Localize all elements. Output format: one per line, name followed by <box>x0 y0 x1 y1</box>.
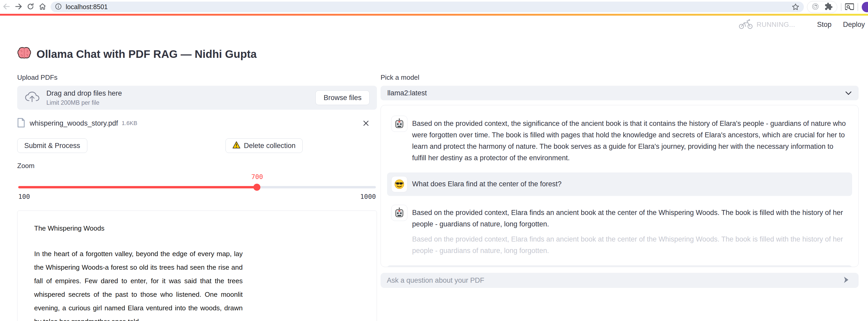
page-title: Ollama Chat with PDF RAG — Nidhi Gupta <box>17 46 868 62</box>
message-ghost-text: Based on the provided context, Elara fin… <box>412 233 848 256</box>
message-body: Based on the provided context, Elara fin… <box>412 205 848 256</box>
chevron-down-icon <box>845 91 852 95</box>
message-text: Based on the provided context, the signi… <box>412 118 848 164</box>
slider-thumb[interactable] <box>253 184 260 191</box>
chat-history: Based on the provided context, the signi… <box>380 105 859 267</box>
right-column: Pick a model llama2:latest Based on the … <box>380 73 859 321</box>
home-icon <box>38 2 46 12</box>
message-body: Based on the provided context, the signi… <box>412 116 848 164</box>
toolbar-divider2 <box>858 3 858 11</box>
action-buttons-row: Submit & Process Delete collection <box>17 138 377 153</box>
site-info-icon[interactable] <box>55 3 62 11</box>
robot-avatar-icon <box>391 205 407 221</box>
uploader-label: Upload PDFs <box>17 73 377 82</box>
dropzone-texts: Drag and drop files here Limit 200MB per… <box>46 89 122 106</box>
cloud-upload-icon <box>25 91 40 104</box>
chat-message-user: What does Elara find at the center of th… <box>387 172 852 196</box>
slider-track[interactable] <box>18 186 376 188</box>
screen-search-icon[interactable] <box>845 3 854 11</box>
message-text: Based on the provided context, Elara fin… <box>412 207 848 230</box>
chat-message-user: What unusual thing happens when Elara en… <box>387 265 852 267</box>
warning-icon <box>232 141 240 150</box>
extensions-group <box>807 1 837 13</box>
brain-icon <box>17 46 31 62</box>
zoom-slider: 700 100 1000 <box>17 174 377 203</box>
app-header: RUNNING... Stop Deploy <box>0 15 868 33</box>
slider-fill <box>18 186 257 188</box>
dropzone-limit: Limit 200MB per file <box>46 99 122 106</box>
home-button[interactable] <box>36 1 49 13</box>
url-bar[interactable]: localhost:8501 <box>51 2 804 12</box>
chat-input-container <box>380 273 859 288</box>
pdf-story-title: The Whispering Woods <box>34 224 243 232</box>
reload-icon <box>27 3 34 11</box>
remove-file-icon[interactable] <box>362 120 370 127</box>
bookmark-star-icon[interactable] <box>792 3 800 11</box>
orbit-extension-icon[interactable] <box>811 3 819 11</box>
runner-icon <box>739 19 753 30</box>
page-title-text: Ollama Chat with PDF RAG — Nidhi Gupta <box>36 48 257 60</box>
main-content: Ollama Chat with PDF RAG — Nidhi Gupta U… <box>0 33 868 321</box>
run-status: RUNNING... <box>739 19 795 30</box>
slider-min-label: 100 <box>18 193 30 200</box>
document-icon <box>17 118 25 129</box>
submit-process-label: Submit & Process <box>24 142 80 150</box>
left-column: Upload PDFs Drag and drop files here Lim… <box>17 73 377 321</box>
url-text: localhost:8501 <box>66 3 107 11</box>
reload-button[interactable] <box>25 1 36 13</box>
message-text: What does Elara find at the center of th… <box>412 178 561 190</box>
file-dropzone[interactable]: Drag and drop files here Limit 200MB per… <box>17 86 377 110</box>
dropzone-title: Drag and drop files here <box>46 89 122 97</box>
forward-button[interactable] <box>12 1 25 13</box>
model-select-value: llama2:latest <box>388 89 427 97</box>
file-name: whispering_woods_story.pdf <box>30 119 118 127</box>
pdf-paragraph-1: In the heart of a forgotten valley, beyo… <box>34 247 243 321</box>
model-select[interactable]: llama2:latest <box>380 86 859 100</box>
status-text: RUNNING... <box>756 21 795 29</box>
browser-toolbar: localhost:8501 <box>0 0 868 14</box>
chat-message-assistant: Based on the provided context, the signi… <box>387 112 852 167</box>
slider-max-label: 1000 <box>360 193 376 200</box>
user-avatar-icon <box>391 176 407 192</box>
chat-input[interactable] <box>387 277 840 285</box>
extensions-puzzle-icon[interactable] <box>825 2 833 12</box>
message-body: What does Elara find at the center of th… <box>412 176 561 190</box>
delete-collection-button[interactable]: Delete collection <box>225 138 303 153</box>
chat-message-assistant: Based on the provided context, Elara fin… <box>387 201 852 260</box>
back-button[interactable] <box>1 1 12 13</box>
send-button[interactable] <box>840 274 852 287</box>
browse-files-button[interactable]: Browse files <box>315 90 370 105</box>
slider-current-value: 700 <box>251 173 263 181</box>
pdf-page-text: The Whispering Woods In the heart of a f… <box>34 224 243 321</box>
send-icon <box>842 276 850 285</box>
zoom-slider-label: Zoom <box>17 162 377 170</box>
streamlit-decoration-bar <box>0 14 868 15</box>
file-size: 1.6KB <box>122 120 137 127</box>
toolbar-divider <box>841 3 841 11</box>
forward-icon <box>14 2 23 12</box>
deploy-button[interactable]: Deploy <box>843 21 865 29</box>
back-icon <box>2 2 11 12</box>
profile-avatar[interactable] <box>862 2 868 12</box>
uploaded-file-row: whispering_woods_story.pdf 1.6KB <box>17 118 377 129</box>
screen: localhost:8501 RUNNING... <box>0 0 868 321</box>
pdf-preview: The Whispering Woods In the heart of a f… <box>17 211 377 321</box>
submit-process-button[interactable]: Submit & Process <box>17 138 87 153</box>
model-picker-label: Pick a model <box>380 73 859 82</box>
robot-avatar-icon <box>391 116 407 132</box>
delete-collection-label: Delete collection <box>244 142 296 150</box>
stop-button[interactable]: Stop <box>817 21 832 29</box>
